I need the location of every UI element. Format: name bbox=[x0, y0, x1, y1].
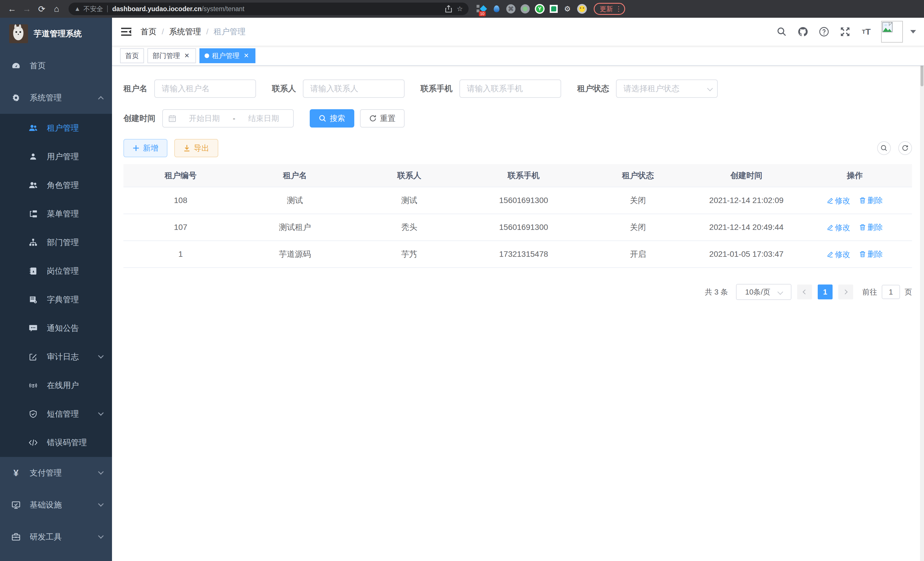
help-icon[interactable] bbox=[819, 27, 829, 37]
sidebar-item-error-code[interactable]: 错误码管理 bbox=[0, 428, 112, 457]
window-scrollbar[interactable] bbox=[920, 18, 924, 561]
yen-icon: ¥ bbox=[11, 468, 21, 478]
bookmark-star-icon[interactable]: ☆ bbox=[457, 5, 463, 13]
sidebar-collapse-icon[interactable] bbox=[112, 17, 141, 46]
table-refresh-icon[interactable] bbox=[898, 141, 912, 155]
tab-home[interactable]: 首页 bbox=[120, 48, 144, 63]
sidebar-item-post[interactable]: 岗位管理 bbox=[0, 257, 112, 285]
reset-button[interactable]: 重置 bbox=[360, 109, 405, 128]
contact-input[interactable] bbox=[303, 80, 405, 98]
cell-status: 关闭 bbox=[581, 187, 695, 214]
page-size-select[interactable]: 10条/页 bbox=[736, 284, 791, 300]
tab-close-icon[interactable]: ✕ bbox=[242, 52, 250, 60]
prev-page-button[interactable] bbox=[797, 284, 812, 299]
search-icon[interactable] bbox=[777, 27, 787, 37]
filter-phone: 联系手机 bbox=[421, 80, 561, 98]
next-page-button[interactable] bbox=[838, 284, 853, 299]
col-created: 创建时间 bbox=[695, 164, 798, 187]
breadcrumb-home[interactable]: 首页 bbox=[141, 26, 157, 37]
cell-created: 2021-12-14 20:49:44 bbox=[695, 214, 798, 241]
tenant-name-input[interactable] bbox=[154, 80, 256, 98]
filter-tenant-name: 租户名 bbox=[123, 80, 256, 98]
extension-diamond-icon[interactable]: 10 bbox=[478, 4, 487, 14]
date-start-placeholder[interactable]: 开始日期 bbox=[181, 113, 228, 123]
search-button[interactable]: 搜索 bbox=[310, 109, 354, 128]
pagination-total: 共 3 条 bbox=[705, 287, 728, 297]
github-icon[interactable] bbox=[798, 27, 808, 37]
cell-actions: 修改 删除 bbox=[798, 214, 912, 241]
cell-tenant-id: 108 bbox=[123, 187, 238, 214]
browser-forward-icon[interactable]: → bbox=[21, 3, 33, 15]
extension-y-icon[interactable]: Y bbox=[535, 4, 544, 14]
edit-link[interactable]: 修改 bbox=[827, 196, 850, 206]
sidebar-item-dict[interactable]: 字典管理 bbox=[0, 285, 112, 314]
sidebar-logo-row[interactable]: 芋道管理系统 bbox=[0, 18, 112, 50]
sidebar-item-role[interactable]: 角色管理 bbox=[0, 171, 112, 200]
chrome-update-button[interactable]: 更新 ⋮ bbox=[594, 3, 625, 15]
table-row: 108 测试 测试 15601691300 关闭 2021-12-14 21:0… bbox=[123, 187, 912, 214]
avatar-caret-icon[interactable] bbox=[910, 30, 916, 33]
extension-emoji-icon[interactable] bbox=[577, 4, 587, 14]
font-size-icon[interactable]: TT bbox=[861, 27, 872, 37]
user-icon bbox=[28, 152, 38, 161]
edit-link[interactable]: 修改 bbox=[827, 249, 850, 260]
delete-link[interactable]: 删除 bbox=[860, 222, 883, 232]
edit-link[interactable]: 修改 bbox=[827, 223, 850, 233]
extension-chat-icon[interactable] bbox=[550, 5, 558, 13]
sidebar-item-sms[interactable]: 短信管理 bbox=[0, 400, 112, 428]
tab-tenant[interactable]: 租户管理 ✕ bbox=[200, 48, 255, 63]
sidebar-item-system[interactable]: 系统管理 bbox=[0, 82, 112, 114]
page-number-1[interactable]: 1 bbox=[818, 284, 832, 299]
col-contact: 联系人 bbox=[352, 164, 466, 187]
status-select[interactable] bbox=[616, 80, 718, 98]
cell-status: 关闭 bbox=[581, 214, 695, 241]
cell-created: 2021-12-14 21:02:09 bbox=[695, 187, 798, 214]
add-button[interactable]: 新增 bbox=[123, 139, 167, 157]
sidebar-item-label: 菜单管理 bbox=[47, 208, 79, 219]
extension-balloon-icon[interactable] bbox=[492, 4, 501, 14]
browser-reload-icon[interactable]: ⟳ bbox=[35, 3, 48, 15]
phone-input[interactable] bbox=[459, 80, 561, 98]
address-bar[interactable]: ▲ 不安全 dashboard.yudao.iocoder.cn/system/… bbox=[69, 3, 469, 15]
avatar[interactable] bbox=[881, 21, 903, 43]
sidebar-item-online-users[interactable]: 在线用户 bbox=[0, 371, 112, 400]
share-icon[interactable] bbox=[445, 5, 452, 13]
sidebar-item-notice[interactable]: 通知公告 bbox=[0, 314, 112, 343]
extension-record-icon[interactable] bbox=[520, 4, 530, 14]
breadcrumb-system[interactable]: 系统管理 bbox=[169, 26, 201, 37]
tab-dept[interactable]: 部门管理 ✕ bbox=[147, 48, 196, 63]
sidebar-item-tenant[interactable]: 租户管理 bbox=[0, 114, 112, 142]
sidebar-item-dev-tools[interactable]: 研发工具 bbox=[0, 521, 112, 553]
chevron-down-icon bbox=[777, 289, 783, 295]
filter-row-2: 创建时间 开始日期 - 结束日期 搜索 重置 bbox=[123, 109, 912, 128]
browser-home-icon[interactable]: ⌂ bbox=[50, 3, 63, 15]
extension-command-icon[interactable]: ⌘ bbox=[506, 4, 515, 14]
sidebar-item-payment[interactable]: ¥ 支付管理 bbox=[0, 457, 112, 489]
browser-back-icon[interactable]: ← bbox=[6, 3, 18, 15]
app-logo bbox=[9, 24, 28, 43]
sidebar-item-user[interactable]: 用户管理 bbox=[0, 142, 112, 171]
date-end-placeholder[interactable]: 结束日期 bbox=[240, 113, 287, 123]
col-tenant-name: 租户名 bbox=[238, 164, 352, 187]
delete-link[interactable]: 删除 bbox=[860, 249, 883, 259]
sidebar-item-home[interactable]: 首页 bbox=[0, 50, 112, 82]
cell-tenant-name: 测试租户 bbox=[238, 214, 352, 241]
sidebar-item-infra[interactable]: 基础设施 bbox=[0, 489, 112, 521]
export-button[interactable]: 导出 bbox=[174, 139, 218, 157]
tab-label: 租户管理 bbox=[212, 51, 239, 60]
sidebar-item-menu[interactable]: 菜单管理 bbox=[0, 200, 112, 228]
sidebar-item-audit-log[interactable]: 审计日志 bbox=[0, 343, 112, 371]
extension-badge: 10 bbox=[479, 11, 486, 16]
table-search-toggle-icon[interactable] bbox=[877, 141, 891, 155]
date-range-picker[interactable]: 开始日期 - 结束日期 bbox=[162, 109, 294, 128]
goto-page-input[interactable] bbox=[882, 285, 900, 299]
tenant-name-label: 租户名 bbox=[123, 83, 147, 94]
browser-menu-icon[interactable]: ⋮ bbox=[615, 5, 622, 13]
sidebar-item-dept[interactable]: 部门管理 bbox=[0, 228, 112, 257]
tab-close-icon[interactable]: ✕ bbox=[183, 52, 191, 60]
table-toolbar: 新增 导出 bbox=[123, 139, 912, 157]
fullscreen-icon[interactable] bbox=[840, 27, 850, 37]
delete-link[interactable]: 删除 bbox=[860, 195, 883, 206]
extensions-puzzle-icon[interactable]: ⚙︎ bbox=[563, 4, 572, 14]
cell-contact: 秃头 bbox=[352, 214, 466, 241]
